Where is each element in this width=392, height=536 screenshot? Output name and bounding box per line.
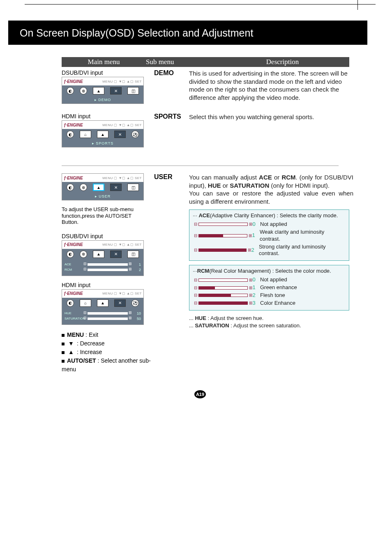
header-main: Main menu — [62, 58, 146, 66]
rcm-level-row: 1Green enhance — [198, 284, 346, 291]
rcm-level-row: 2Flesh tone — [198, 292, 346, 299]
rcm-level-row: 3Color Enhance — [198, 300, 346, 307]
sat-value: 50 — [134, 317, 141, 321]
desc-user: You can manually adjust ACE or RCM. (onl… — [189, 173, 353, 189]
engine-label: ƒ·ENGINE — [64, 291, 83, 296]
page-top-rule — [25, 4, 376, 5]
header-desc: Description — [216, 58, 349, 66]
button-legend: MENU : Exit ▼ : Decrease ▲ : Increase AU… — [62, 331, 154, 374]
engine-label: ƒ·ENGINE — [64, 176, 83, 180]
row-user: ƒ·ENGINE MENU ▢ ▼▢ ▲▢ SET ◐ ⊕ ▲ ✕ ◫ USER… — [62, 173, 367, 374]
engine-label: ƒ·ENGINE — [64, 123, 83, 127]
game-icon: ⌂ — [80, 131, 91, 138]
user-note: To adjust the USER sub-menu function,pre… — [62, 206, 144, 225]
osd-sports-box: ƒ·ENGINE MENU ▢ ▼▢ ▲▢ SET ◐ ⌂ ▲ ✕ ⚽ SPOR… — [62, 120, 144, 147]
ace-level-row: 1Weak clarity and luminosity contrast. — [198, 229, 346, 243]
submenu-sports: SPORTS — [154, 113, 189, 120]
osd-controls-hint: MENU ▢ ▼▢ ▲▢ SET — [102, 80, 142, 83]
normal-icon: ✕ — [110, 251, 122, 258]
osd-footer-sports: SPORTS — [62, 140, 143, 147]
osd-controls-hint: MENU ▢ ▼▢ ▲▢ SET — [102, 292, 142, 295]
movie-icon: ◐ — [67, 299, 74, 307]
osd-footer-demo: DEMO — [62, 96, 143, 104]
osd-footer-user: USER — [62, 193, 143, 200]
desc-user-2: You can save or restore the adjusted val… — [189, 189, 353, 205]
row-demo: DSUB/DVI input ƒ·ENGINE MENU ▢ ▼▢ ▲▢ SET… — [62, 69, 367, 110]
desc-sports: Select this when you watching general sp… — [189, 113, 353, 121]
sports-icon: ⚽ — [131, 131, 139, 138]
engine-label: ƒ·ENGINE — [64, 79, 83, 84]
rcm-slider-label: RCM — [65, 268, 86, 271]
ace-slider-label: ACE — [65, 262, 86, 266]
normal-icon: ✕ — [110, 87, 122, 94]
label-dsub-dvi-2: DSUB/DVI input — [62, 233, 154, 239]
section-divider — [62, 166, 339, 166]
ace-value: 1 — [134, 262, 141, 267]
game-icon: ⌂ — [80, 299, 91, 307]
label-dsub-dvi: DSUB/DVI input — [62, 69, 154, 76]
osd-controls-hint: MENU ▢ ▼▢ ▲▢ SET — [102, 176, 142, 180]
normal-icon: ✕ — [114, 131, 126, 138]
table-header: Main menu Sub menu Description — [62, 57, 349, 67]
submenu-demo: DEMO — [154, 69, 189, 77]
sat-slider-label: SATURATION — [65, 317, 86, 320]
movie-icon: ◐ — [67, 87, 74, 94]
sports-icon: ⚽ — [131, 299, 139, 307]
user-icon: ▲ — [97, 131, 108, 138]
page-number: A19 — [194, 390, 206, 398]
demo-icon: ◫ — [127, 87, 139, 94]
movie-icon: ◐ — [67, 131, 74, 138]
hue-value: 10 — [134, 311, 141, 315]
ace-level-row: 2Strong clarity and luminosity contrast. — [198, 244, 346, 258]
rcm-infobox: ···RCM(Real Color Management) : Selects … — [189, 265, 349, 310]
osd-controls-hint: MENU ▢ ▼▢ ▲▢ SET — [102, 243, 142, 246]
rcm-slider — [88, 269, 128, 271]
user-icon: ▲ — [97, 299, 108, 307]
internet-icon: ⊕ — [80, 87, 87, 94]
normal-icon: ✕ — [110, 184, 122, 191]
submenu-user: USER — [154, 173, 189, 181]
demo-icon: ◫ — [127, 251, 139, 258]
demo-icon: ◫ — [127, 184, 139, 191]
movie-icon: ◐ — [67, 251, 74, 258]
osd-user-dsub-box: ƒ·ENGINE MENU ▢ ▼▢ ▲▢ SET ◐ ⊕ ▲ ✕ ◫ ACE1… — [62, 240, 144, 276]
ace-level-row: 0Not applied — [198, 221, 346, 228]
user-icon: ▲ — [93, 251, 104, 258]
hue-slider-label: HUE — [65, 311, 86, 315]
osd-demo-box: ƒ·ENGINE MENU ▢ ▼▢ ▲▢ SET ◐ ⊕ ▲ ✕ ◫ DEMO — [62, 77, 144, 104]
header-sub: Sub menu — [146, 58, 216, 66]
rcm-level-row: 0Not applied — [198, 276, 346, 283]
label-hdmi-2: HDMI input — [62, 282, 154, 288]
osd-controls-hint: MENU ▢ ▼▢ ▲▢ SET — [102, 123, 142, 127]
internet-icon: ⊕ — [80, 184, 87, 191]
ace-slider — [88, 263, 128, 266]
down-arrow-icon: ▼ — [67, 339, 75, 348]
desc-demo: This is used for advertising in the stor… — [189, 69, 353, 101]
rcm-value: 2 — [134, 268, 141, 272]
hue-slider — [88, 312, 128, 315]
hue-sat-notes: ... HUE : Adjust the screen hue. ... SAT… — [189, 315, 353, 329]
osd-user-hdmi-box: ƒ·ENGINE MENU ▢ ▼▢ ▲▢ SET ◐ ⌂ ▲ ✕ ⚽ HUE1… — [62, 289, 144, 325]
ace-infobox: ··· ACE(Adaptive Clarity Enhancer) : Sel… — [189, 209, 349, 261]
sat-slider — [88, 317, 128, 320]
user-icon: ▲ — [93, 87, 104, 94]
row-sports: HDMI input ƒ·ENGINE MENU ▢ ▼▢ ▲▢ SET ◐ ⌂… — [62, 113, 367, 153]
up-arrow-icon: ▲ — [67, 348, 75, 357]
movie-icon: ◐ — [67, 184, 74, 191]
page-title: On Screen Display(OSD) Selection and Adj… — [8, 21, 367, 45]
internet-icon: ⊕ — [80, 251, 87, 258]
osd-user-box: ƒ·ENGINE MENU ▢ ▼▢ ▲▢ SET ◐ ⊕ ▲ ✕ ◫ USER — [62, 173, 144, 200]
label-hdmi: HDMI input — [62, 113, 154, 120]
engine-label: ƒ·ENGINE — [64, 242, 83, 247]
normal-icon: ✕ — [114, 299, 126, 307]
user-icon-selected: ▲ — [93, 184, 104, 191]
page-crop-mark — [357, 0, 358, 10]
